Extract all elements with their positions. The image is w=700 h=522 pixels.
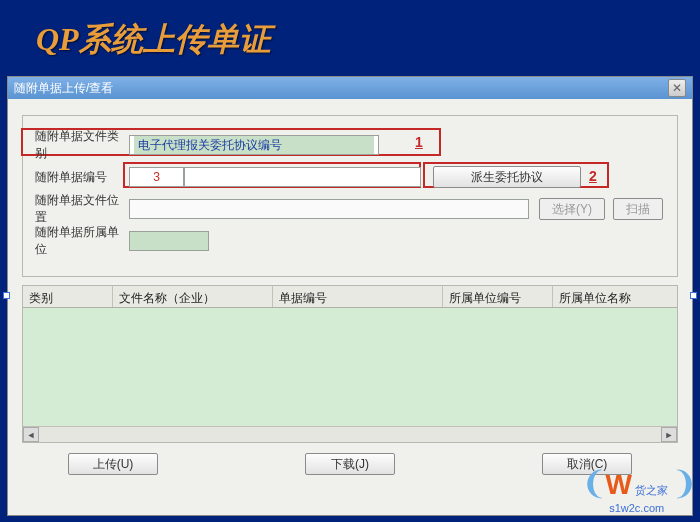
watermark: ❨ W 货之家 ❩ s1w2c.com: [581, 464, 692, 514]
download-button[interactable]: 下载(J): [305, 453, 395, 475]
input-file-location[interactable]: [129, 199, 529, 219]
watermark-logo-icon: W: [605, 469, 631, 501]
th-filename[interactable]: 文件名称（企业）: [113, 286, 273, 307]
input-doc-number[interactable]: [184, 167, 421, 187]
page-title: QP系统上传单证: [0, 0, 700, 72]
watermark-brand: 货之家: [635, 484, 668, 496]
table-panel: 类别 文件名称（企业） 单据编号 所属单位编号 所属单位名称 ◄ ►: [22, 285, 678, 443]
table-body: [23, 308, 677, 426]
label-doc-number: 随附单据编号: [33, 169, 129, 186]
input-file-type[interactable]: 电子代理报关委托协议编号: [129, 135, 379, 155]
close-icon: ✕: [672, 81, 682, 95]
th-unitname[interactable]: 所属单位名称: [553, 286, 677, 307]
laurel-right-icon: ❩: [671, 465, 692, 501]
label-file-type: 随附单据文件类别: [33, 128, 129, 162]
label-file-location: 随附单据文件位置: [33, 192, 129, 226]
label-owner-unit: 随附单据所属单位: [33, 224, 129, 258]
derive-agreement-button[interactable]: 派生委托协议: [433, 166, 581, 188]
scroll-right-icon[interactable]: ►: [661, 427, 677, 442]
th-type[interactable]: 类别: [23, 286, 113, 307]
horizontal-scrollbar[interactable]: ◄ ►: [23, 426, 677, 442]
input-code[interactable]: 3: [129, 167, 184, 187]
scan-button[interactable]: 扫描: [613, 198, 663, 220]
th-unitcode[interactable]: 所属单位编号: [443, 286, 553, 307]
form-panel: 1 2 随附单据文件类别 电子代理报关委托协议编号 随附单据编号 3 派生委托协…: [22, 115, 678, 277]
table-header: 类别 文件名称（企业） 单据编号 所属单位编号 所属单位名称: [23, 286, 677, 308]
th-docnumber[interactable]: 单据编号: [273, 286, 443, 307]
resize-handle-right[interactable]: [690, 292, 697, 299]
scroll-left-icon[interactable]: ◄: [23, 427, 39, 442]
input-file-type-value: 电子代理报关委托协议编号: [134, 136, 374, 154]
dialog-window: 随附单据上传/查看 ✕ 1 2 随附单据文件类别 电子代理报关委托协议编号 随附…: [7, 76, 693, 516]
watermark-url: s1w2c.com: [581, 502, 692, 514]
close-button[interactable]: ✕: [668, 79, 686, 97]
resize-handle-left[interactable]: [3, 292, 10, 299]
upload-button[interactable]: 上传(U): [68, 453, 158, 475]
laurel-left-icon: ❨: [581, 465, 602, 501]
input-owner-unit[interactable]: [129, 231, 209, 251]
select-button[interactable]: 选择(Y): [539, 198, 605, 220]
window-title: 随附单据上传/查看: [14, 80, 113, 97]
titlebar: 随附单据上传/查看 ✕: [8, 77, 692, 99]
